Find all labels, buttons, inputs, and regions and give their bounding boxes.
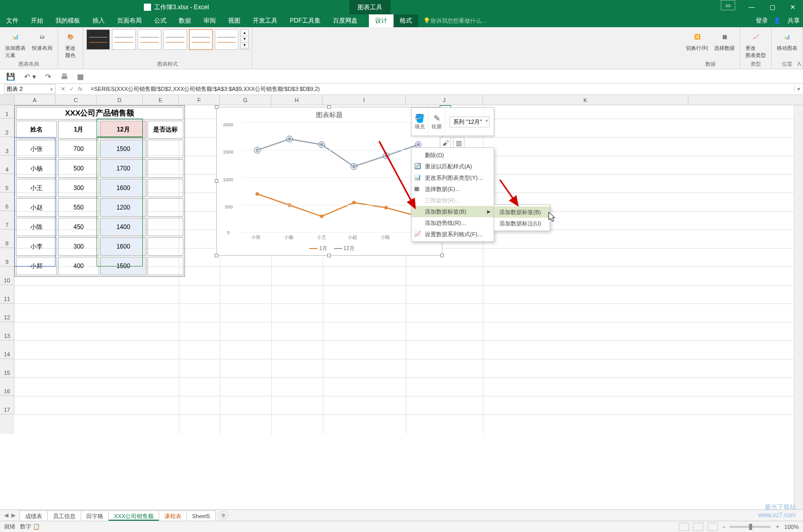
tab-format[interactable]: 格式 [394,14,418,27]
enter-formula-icon[interactable]: ✓ [69,86,74,92]
cell-name-2[interactable]: 小王 [16,179,57,197]
cell-m1-1[interactable]: 500 [58,159,99,178]
sheet-nav-prev[interactable]: ◀ [4,512,8,519]
tab-templates[interactable]: 我的模板 [49,14,86,27]
tab-file[interactable]: 文件 [0,14,25,27]
col-G[interactable]: G [220,95,271,105]
sales-table[interactable]: XXX公司产品销售额 姓名 1月 12月 是否达标 小张7001500 小杨50… [14,105,185,277]
switch-row-col-button[interactable]: 🔀切换行/列 [684,29,710,52]
share-button[interactable]: 👤 共享 [773,16,800,25]
sub-add-callout[interactable]: 添加数据标注(U) [494,218,550,229]
select-all-corner[interactable] [0,95,14,105]
tab-insert[interactable]: 插入 [86,14,111,27]
row-7[interactable]: 7 [0,211,14,230]
cell-flag-3[interactable] [147,198,183,217]
cancel-formula-icon[interactable]: ✕ [61,86,65,92]
row-12[interactable]: 12 [0,303,14,322]
chart-style-5[interactable] [189,29,213,50]
cell-m1-5[interactable]: 300 [58,237,99,256]
cell-m12-4[interactable]: 1400 [100,218,146,236]
embedded-chart[interactable]: 图表标题 0 500 1000 1500 2000 小张 小杨 [216,107,442,256]
add-sheet-button[interactable]: ⊕ [218,511,229,519]
sheet-tab-4[interactable]: XXX公司销售额 [108,510,159,521]
cell-flag-2[interactable] [147,179,183,197]
print-icon[interactable]: 🖶 [61,72,68,81]
change-colors-button[interactable]: 🎨更改 颜色 [61,29,80,59]
cell-m12-6[interactable]: 1500 [100,257,146,275]
row-6[interactable]: 6 [0,193,14,211]
row-4[interactable]: 4 [0,156,14,174]
hdr-flag[interactable]: 是否达标 [147,121,183,139]
chart-styles-button[interactable]: 🖌 [440,137,451,148]
col-I[interactable]: I [323,95,406,105]
name-box[interactable]: 图表 2▾ [4,84,55,94]
col-E[interactable]: E [143,95,179,105]
cell-m12-2[interactable]: 1600 [100,179,146,197]
cell-flag-1[interactable] [147,159,183,178]
view-page-layout-button[interactable] [693,523,703,531]
series-selector[interactable]: 系列 "12月" [445,108,494,136]
chart-title[interactable]: 图表标题 [217,110,442,120]
cell-flag-6[interactable] [147,257,183,275]
ribbon-options-icon[interactable]: ▭ [721,0,735,10]
cell-name-0[interactable]: 小张 [16,140,57,158]
gallery-more-button[interactable]: ▴▾▾ [240,29,249,50]
ctx-delete[interactable]: 删除(D) [412,149,494,161]
col-C[interactable]: C [55,95,97,105]
ctx-change-series-type[interactable]: 📊更改系列图表类型(Y)… [412,172,494,183]
col-A[interactable]: A [14,95,55,105]
row-8[interactable]: 8 [0,230,14,248]
chart-plot-area[interactable]: 0 500 1000 1500 2000 小张 小杨 小王 小赵 [241,123,435,233]
tab-formulas[interactable]: 公式 [148,14,173,27]
tab-pdf[interactable]: PDF工具集 [284,14,327,27]
chart-style-4[interactable] [163,29,187,50]
qat-custom-icon[interactable]: ▦ [77,72,84,81]
row-17[interactable]: 17 [0,396,14,414]
sheet-tab-5[interactable]: 课程表 [159,510,187,521]
cell-name-1[interactable]: 小杨 [16,159,57,178]
select-data-button[interactable]: ▦选择数据 [712,29,737,52]
cell-m1-0[interactable]: 700 [58,140,99,158]
sheet-tab-6[interactable]: Sheet5 [186,510,216,521]
zoom-in-button[interactable]: ＋ [775,523,780,530]
sheet-tab-2[interactable]: 员工信息 [47,510,81,521]
ctx-reset-style[interactable]: 🔄重设以匹配样式(A) [412,161,494,172]
col-F[interactable]: F [179,95,220,105]
tab-data[interactable]: 数据 [173,14,197,27]
cell-flag-0[interactable] [147,140,183,158]
cells-area[interactable]: XXX公司产品销售额 姓名 1月 12月 是否达标 小张7001500 小杨50… [14,105,803,434]
row-10[interactable]: 10 [0,267,14,285]
row-11[interactable]: 11 [0,285,14,303]
cell-name-5[interactable]: 小李 [16,237,57,256]
undo-icon[interactable]: ↶ ▾ [24,72,36,81]
cell-m1-3[interactable]: 550 [58,198,99,217]
view-page-break-button[interactable] [707,523,718,531]
sheet-tab-1[interactable]: 成绩表 [20,510,48,521]
cell-m12-0[interactable]: 1500 [100,140,146,158]
ctx-format-series[interactable]: 📈设置数据系列格式(F)… [412,229,494,240]
chart-style-6[interactable] [215,29,238,50]
row-headers[interactable]: 1 2 3 4 5 6 7 8 9 10 11 12 13 14 15 16 1… [0,105,14,434]
tab-home[interactable]: 开始 [25,14,49,27]
tab-baidu[interactable]: 百度网盘 [327,14,364,27]
row-14[interactable]: 14 [0,340,14,359]
row-2[interactable]: 2 [0,119,14,137]
row-3[interactable]: 3 [0,137,14,156]
col-J[interactable]: J [406,95,483,105]
add-chart-element-button[interactable]: 📊添加图表 元素 [3,29,28,59]
collapse-ribbon-button[interactable]: ᐱ [797,61,801,67]
login-link[interactable]: 登录 [756,16,768,25]
row-13[interactable]: 13 [0,322,14,340]
chart-filter-button[interactable]: ▥ [453,137,464,148]
tab-view[interactable]: 视图 [222,14,247,27]
cell-m12-5[interactable]: 1600 [100,237,146,256]
expand-formula-bar-button[interactable]: ▾ [794,86,803,92]
cell-flag-5[interactable] [147,237,183,256]
row-1[interactable]: 1 [0,105,14,119]
col-K[interactable]: K [483,95,688,105]
cell-m12-1[interactable]: 1700 [100,159,146,178]
hdr-name[interactable]: 姓名 [16,121,57,139]
change-chart-type-button[interactable]: 📈更改 图表类型 [743,29,768,59]
formula-input[interactable]: =SERIES(XXX公司销售额!$D$2,XXX公司销售额!$A$3:$A$9… [88,85,794,93]
chart-styles-gallery[interactable]: ▴▾▾ [86,29,249,50]
